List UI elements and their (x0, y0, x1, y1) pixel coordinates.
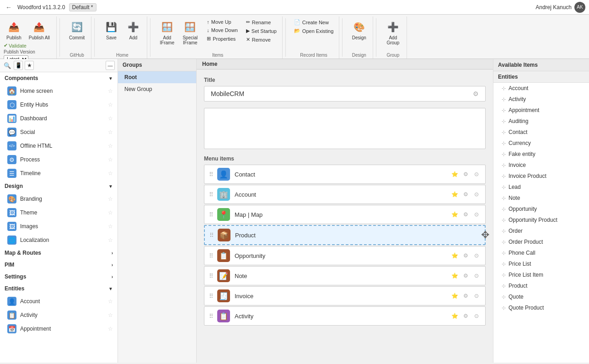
map-action-more[interactable]: ⊙ (472, 210, 481, 219)
special-iframe-button[interactable]: 🪟 SpecialIFrame (180, 18, 200, 47)
rp-item-price-list[interactable]: ⊹Price List (493, 258, 589, 269)
offline-html-star[interactable]: ☆ (108, 143, 113, 149)
social-star[interactable]: ☆ (108, 129, 113, 135)
rp-item-product[interactable]: ⊹Product (493, 280, 589, 291)
components-section-header[interactable]: Components ▼ (0, 72, 118, 84)
move-up-button[interactable]: ↑ Move Up (205, 18, 240, 26)
save-button[interactable]: 💾 Save (101, 18, 121, 42)
add-button[interactable]: ➕ Add (123, 18, 143, 42)
rp-item-note[interactable]: ⊹Note (493, 193, 589, 203)
images-star[interactable]: ☆ (108, 223, 113, 230)
drag-handle-contact[interactable]: ⠿ (209, 171, 214, 178)
sidebar-item-process[interactable]: ⚙ Process ☆ (0, 153, 118, 166)
note-action-settings[interactable]: ⚙ (461, 272, 470, 280)
user-avatar[interactable]: AK (574, 2, 585, 13)
activity-action-settings[interactable]: ⚙ (461, 312, 470, 320)
appointment-star[interactable]: ☆ (108, 326, 113, 332)
activity-star[interactable]: ☆ (108, 312, 113, 318)
process-star[interactable]: ☆ (108, 156, 113, 163)
invoice-action-settings[interactable]: ⚙ (461, 292, 470, 300)
sidebar-search-button[interactable]: 🔍 (3, 61, 12, 70)
rp-item-account[interactable]: ⊹Account (493, 83, 589, 94)
design-button[interactable]: 🎨 Design (349, 18, 369, 42)
rp-item-invoice-product[interactable]: ⊹Invoice Product (493, 171, 589, 182)
sidebar-item-images[interactable]: 🖼 Images ☆ (0, 219, 118, 233)
localization-star[interactable]: ☆ (108, 237, 113, 243)
set-startup-button[interactable]: ▶ Set Startup (244, 27, 278, 35)
sidebar-item-dashboard[interactable]: 📊 Dashboard ☆ (0, 112, 118, 125)
back-button[interactable]: ← (4, 2, 14, 12)
sidebar-item-social[interactable]: 💬 Social ☆ (0, 125, 118, 139)
rp-item-auditing[interactable]: ⊹Auditing (493, 116, 589, 127)
opportunity-action-settings[interactable]: ⚙ (461, 252, 470, 260)
sidebar-item-offline-html[interactable]: </> Offline HTML ☆ (0, 139, 118, 153)
contact-action-star[interactable]: ⭐ (450, 170, 459, 178)
open-existing-button[interactable]: 📂 Open Existing (292, 27, 335, 35)
rename-button[interactable]: ✏ Rename (244, 18, 278, 26)
rp-item-contact[interactable]: ⊹Contact (493, 127, 589, 138)
drag-handle-product[interactable]: ⠿ (209, 232, 214, 239)
sidebar-item-localization[interactable]: 🌐 Localization ☆ (0, 233, 118, 247)
drag-handle-opportunity[interactable]: ⠿ (209, 252, 214, 259)
theme-star[interactable]: ☆ (108, 209, 113, 216)
publish-button[interactable]: 📤 Publish (4, 18, 24, 42)
opportunity-action-more[interactable]: ⊙ (472, 252, 481, 260)
opportunity-action-star[interactable]: ⭐ (450, 252, 459, 260)
properties-button[interactable]: ⊞ Properties (205, 35, 240, 43)
rp-item-activity[interactable]: ⊹Activity (493, 94, 589, 105)
account-star[interactable]: ☆ (108, 298, 113, 305)
sidebar-item-account[interactable]: 👤 Account ☆ (0, 294, 118, 308)
map-routes-section-header[interactable]: Map & Routes › (0, 247, 118, 259)
contact-action-more[interactable]: ⊙ (472, 170, 481, 178)
group-item-new-group[interactable]: New Group (118, 83, 196, 95)
rp-item-appointment[interactable]: ⊹Appointment (493, 105, 589, 116)
sidebar-star-icon[interactable]: ★ (25, 61, 34, 70)
move-down-button[interactable]: ↓ Move Down (205, 27, 240, 34)
rp-item-lead[interactable]: ⊹Lead (493, 182, 589, 193)
rp-item-opportunity[interactable]: ⊹Opportunity (493, 203, 589, 214)
env-title[interactable]: Default * (69, 3, 96, 11)
add-iframe-button[interactable]: 🪟 AddIFrame (157, 18, 177, 47)
sidebar-item-activity[interactable]: 📋 Activity ☆ (0, 308, 118, 322)
sidebar-item-theme[interactable]: 🖼 Theme ☆ (0, 206, 118, 219)
sidebar-item-home-screen[interactable]: 🏠 Home screen ☆ (0, 84, 118, 98)
create-new-button[interactable]: 📄 Create New (292, 18, 335, 26)
account-action-settings[interactable]: ⚙ (461, 190, 470, 198)
rp-item-phone-call[interactable]: ⊹Phone Call (493, 247, 589, 258)
entity-hubs-star[interactable]: ☆ (108, 102, 113, 108)
account-action-more[interactable]: ⊙ (472, 190, 481, 198)
publish-all-button[interactable]: 📤 Publish All (26, 18, 53, 42)
timeline-star[interactable]: ☆ (108, 170, 113, 177)
pim-section-header[interactable]: PIM › (0, 259, 118, 271)
drag-handle-map[interactable]: ⠿ (209, 211, 214, 218)
settings-section-header[interactable]: Settings › (0, 271, 118, 283)
rp-item-quote[interactable]: ⊹Quote (493, 291, 589, 302)
sidebar-item-appointment[interactable]: 📅 Appointment ☆ (0, 322, 118, 336)
map-action-settings[interactable]: ⚙ (461, 210, 470, 219)
branding-star[interactable]: ☆ (108, 196, 113, 202)
sidebar-collapse-button[interactable]: — (106, 61, 115, 70)
remove-button[interactable]: ✕ Remove (244, 36, 278, 43)
validate-btn[interactable]: ✔ Validate (4, 43, 27, 48)
rp-item-quote-product[interactable]: ⊹Quote Product (493, 302, 589, 313)
rp-item-currency[interactable]: ⊹Currency (493, 138, 589, 149)
rp-item-fake-entity[interactable]: ⊹Fake entity (493, 149, 589, 160)
drag-handle-account[interactable]: ⠿ (209, 191, 214, 198)
activity-action-star[interactable]: ⭐ (450, 312, 459, 320)
map-action-star[interactable]: ⭐ (450, 210, 459, 219)
group-item-root[interactable]: Root (118, 71, 196, 83)
rp-item-opportunity-product[interactable]: ⊹Opportunity Product (493, 214, 589, 225)
add-group-button[interactable]: ➕ AddGroup (383, 18, 403, 47)
design-section-header[interactable]: Design ▼ (0, 180, 118, 192)
rp-item-price-list-item[interactable]: ⊹Price List Item (493, 269, 589, 280)
rp-item-order[interactable]: ⊹Order (493, 225, 589, 236)
drag-handle-note[interactable]: ⠿ (209, 273, 214, 279)
sidebar-phone-icon[interactable]: 📱 (14, 61, 23, 70)
commit-button[interactable]: 🔄 Commit (66, 18, 87, 42)
drag-handle-activity[interactable]: ⠿ (209, 313, 214, 320)
account-action-star[interactable]: ⭐ (450, 190, 459, 198)
invoice-action-star[interactable]: ⭐ (450, 292, 459, 300)
note-action-star[interactable]: ⭐ (450, 272, 459, 280)
home-screen-star[interactable]: ☆ (108, 88, 113, 94)
activity-action-more[interactable]: ⊙ (472, 312, 481, 320)
